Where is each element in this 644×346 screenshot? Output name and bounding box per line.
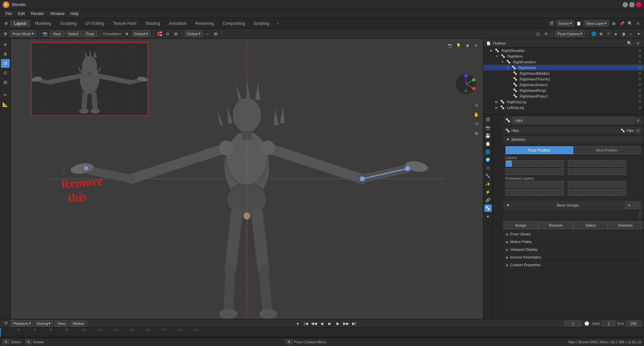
pin-icon[interactable]: 📌 — [619, 20, 625, 27]
prot-layer-btn-9[interactable] — [575, 181, 582, 188]
prot-layer-btn-28[interactable] — [597, 189, 604, 196]
tab-rendering[interactable]: Rendering — [191, 20, 218, 27]
prot-layer-btn-11[interactable] — [590, 181, 597, 188]
options-icon[interactable]: ▾ — [635, 31, 642, 37]
prot-layer-btn-17[interactable] — [513, 189, 520, 196]
select-button[interactable]: Select — [573, 221, 608, 229]
overlay-icon[interactable]: ☉ — [605, 31, 612, 37]
tab-uv-editing[interactable]: UV Editing — [81, 20, 108, 27]
deselect-button[interactable]: Deselect — [608, 221, 643, 229]
outliner-item-rightupleg[interactable]: ▶ 🦴 RightUpLeg ⊙ — [483, 99, 644, 105]
outliner-item-righthandring1[interactable]: 🦴 RightHandRing1 ⊙ — [483, 88, 644, 93]
prot-layer-btn-12[interactable] — [597, 181, 604, 188]
tab-animation[interactable]: Animation — [165, 20, 191, 27]
active-prop-selector[interactable]: Hips — [512, 117, 634, 124]
props-constraints-icon[interactable]: 🔗 — [484, 196, 492, 204]
custom-properties-header[interactable]: ▶ Custom Properties — [503, 262, 643, 268]
prot-layer-btn-3[interactable] — [528, 181, 534, 188]
view-menu-icon[interactable]: 📷 — [42, 31, 49, 37]
menu-help[interactable]: Help — [68, 11, 82, 17]
props-world-icon[interactable]: 🌍 — [484, 156, 492, 164]
tl-record-btn[interactable]: ● — [294, 320, 301, 327]
vp-shading-icon[interactable]: ◑ — [464, 42, 471, 49]
view-layer-icon[interactable]: 📋 — [576, 20, 582, 27]
props-material-icon[interactable]: ● — [484, 213, 492, 220]
prot-layer-btn-0[interactable] — [505, 181, 512, 188]
prot-layer-btn-4[interactable] — [535, 181, 542, 188]
tab-scripting[interactable]: Scripting — [250, 20, 273, 27]
solid-icon[interactable]: ● — [612, 31, 619, 37]
layer-btn-4[interactable] — [535, 160, 542, 167]
proportional-edit-icon[interactable]: ⊙ — [164, 31, 171, 37]
layer-btn-15[interactable] — [620, 160, 626, 167]
bone-group-scrollbar[interactable] — [639, 212, 641, 218]
pan-icon[interactable]: ✋ — [472, 110, 480, 118]
props-output-icon[interactable]: 💾 — [484, 132, 492, 139]
shading-icon[interactable]: 🌐 — [590, 31, 597, 37]
prot-layer-btn-29[interactable] — [605, 189, 611, 196]
outliner-item-rightarm[interactable]: ▼ 🦴 RightArm ⊙ — [483, 53, 644, 59]
outliner-item-righthand[interactable]: ▼ 🦴 RightHand ⊙ — [483, 65, 644, 70]
menu-window[interactable]: Window — [47, 11, 67, 17]
orientation-dropdown[interactable]: Default▾ — [131, 31, 151, 37]
prot-layer-btn-30[interactable] — [612, 189, 619, 196]
layer-btn-2[interactable] — [520, 160, 527, 167]
bone-group-add-button[interactable]: + — [626, 202, 633, 209]
prot-layer-btn-14[interactable] — [612, 181, 619, 188]
motion-paths-header[interactable]: ▶ Motion Paths — [503, 238, 643, 245]
layer-btn-9[interactable] — [575, 160, 582, 167]
props-render-icon[interactable]: 📷 — [484, 124, 492, 131]
zoom-to-fit-icon[interactable]: ⊙ — [472, 101, 480, 109]
tab-layout[interactable]: Layout — [10, 20, 30, 27]
material-icon[interactable]: ◑ — [620, 31, 627, 37]
scene-selector-icon[interactable]: 🎬 — [548, 20, 555, 27]
tl-clock-icon[interactable]: 🕐 — [583, 320, 590, 327]
layer-btn-18[interactable] — [520, 168, 527, 175]
tl-jump-start-btn[interactable]: |◀ — [303, 320, 309, 327]
outliner-item-righthandthumb1[interactable]: 🦴 RightHandThumb1 ⊙ — [483, 76, 644, 82]
tl-jump-end-btn[interactable]: ▶| — [351, 320, 358, 327]
layer-btn-6[interactable] — [550, 160, 556, 167]
layer-btn-28[interactable] — [597, 168, 604, 175]
tl-next-frame-btn[interactable]: ▶▶ — [343, 320, 350, 327]
menu-file[interactable]: File — [3, 11, 14, 17]
start-frame-input[interactable]: 1 — [602, 321, 615, 327]
tab-compositing[interactable]: Compositing — [219, 20, 249, 27]
pose-position-button[interactable]: Pose Position — [505, 146, 573, 154]
prot-layer-btn-18[interactable] — [520, 189, 527, 196]
prot-layer-btn-6[interactable] — [550, 181, 556, 188]
filter-icon2[interactable]: ≡ — [635, 20, 641, 27]
scene-dropdown[interactable]: Scene▾ — [556, 20, 574, 26]
props-object-icon[interactable]: ⊙ — [484, 164, 492, 172]
outliner-item-righthandindex1[interactable]: 🦴 RightHandIndex1 ⊙ — [483, 82, 644, 88]
outliner-item-rightforearm[interactable]: ▼ 🦴 RightForeArm ⊙ — [483, 59, 644, 65]
props-viewlayer-icon[interactable]: 📋 — [484, 140, 492, 148]
layer-btn-7[interactable] — [557, 160, 564, 167]
layer-btn-29[interactable] — [605, 168, 611, 175]
props-scene2-icon[interactable]: 🌐 — [484, 148, 492, 156]
rendered-icon[interactable]: ○ — [627, 31, 634, 37]
props-close-icon[interactable]: ✕ — [635, 118, 641, 123]
layer-btn-10[interactable] — [583, 160, 589, 167]
prot-layer-btn-10[interactable] — [583, 181, 589, 188]
pose-button[interactable]: Pose — [83, 31, 97, 37]
prot-layer-btn-25[interactable] — [575, 189, 582, 196]
scale-tool[interactable]: ⊙ — [1, 68, 10, 77]
cursor-tool[interactable]: ✛ — [1, 40, 10, 49]
prot-layer-btn-23[interactable] — [557, 189, 564, 196]
menu-render[interactable]: Render — [28, 11, 47, 17]
tl-view-btn[interactable]: View — [54, 321, 68, 327]
timeline-playhead[interactable] — [0, 328, 1, 337]
tl-prev-frame-btn[interactable]: ◀◀ — [311, 320, 317, 327]
pose-mode-dropdown[interactable]: Pose Mode ▾ — [10, 31, 36, 37]
view-layer-dropdown[interactable]: View Layer▾ — [584, 20, 609, 26]
timeline-ruler[interactable]: 1 20 40 60 80 100 120 140 160 180 200 22… — [0, 328, 644, 337]
filter-icon[interactable]: ⊞ — [610, 20, 617, 27]
tl-next-key-btn[interactable]: ▶ — [335, 320, 341, 327]
prot-layer-btn-13[interactable] — [605, 181, 611, 188]
transform-icon[interactable]: ⊞ — [172, 31, 179, 37]
layer-btn-5[interactable] — [542, 160, 549, 167]
minimize-button[interactable] — [623, 2, 628, 7]
tab-texture-paint[interactable]: Texture Paint — [109, 20, 141, 27]
layer-btn-24[interactable] — [568, 168, 575, 175]
